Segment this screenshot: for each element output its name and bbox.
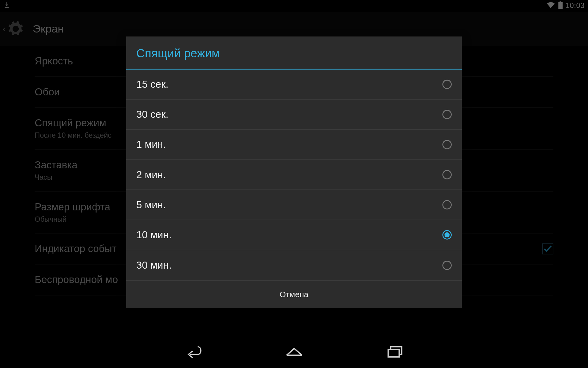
dialog-options: 15 сек. 30 сек. 1 мин. 2 мин. 5 мин. 10 … — [126, 70, 462, 280]
dialog-option[interactable]: 1 мин. — [126, 130, 462, 160]
dialog-option[interactable]: 15 сек. — [126, 70, 462, 100]
svg-rect-3 — [388, 349, 399, 357]
option-label: 5 мин. — [136, 199, 166, 211]
option-label: 1 мин. — [136, 139, 166, 151]
option-label: 15 сек. — [136, 79, 168, 90]
radio-icon — [443, 140, 452, 149]
navigation-bar — [0, 337, 588, 368]
back-button[interactable] — [183, 344, 203, 361]
radio-icon — [443, 260, 452, 270]
dialog-title: Спящий режим — [126, 36, 462, 70]
radio-icon — [443, 170, 452, 179]
dialog-option[interactable]: 2 мин. — [126, 160, 462, 190]
dialog-option[interactable]: 5 мин. — [126, 190, 462, 220]
option-label: 2 мин. — [136, 169, 166, 181]
sleep-dialog: Спящий режим 15 сек. 30 сек. 1 мин. 2 ми… — [126, 36, 462, 308]
dialog-option[interactable]: 30 мин. — [126, 250, 462, 280]
radio-icon — [443, 200, 452, 209]
radio-selected-icon — [443, 230, 452, 240]
cancel-button[interactable]: Отмена — [280, 290, 308, 299]
radio-icon — [443, 80, 452, 89]
dialog-option[interactable]: 30 сек. — [126, 100, 462, 130]
option-label: 30 сек. — [136, 109, 168, 121]
dialog-option[interactable]: 10 мин. — [126, 220, 462, 250]
home-button[interactable] — [284, 344, 304, 361]
dialog-footer: Отмена — [126, 280, 462, 308]
option-label: 30 мин. — [136, 259, 172, 271]
option-label: 10 мин. — [136, 229, 172, 241]
recent-apps-button[interactable] — [385, 344, 405, 361]
radio-icon — [443, 110, 452, 119]
